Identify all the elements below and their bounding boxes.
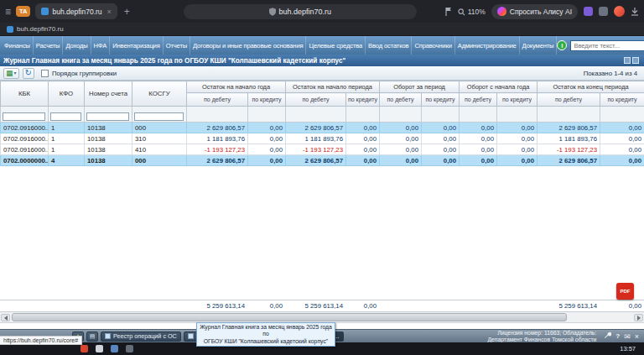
taskbar-app-icon[interactable] — [80, 345, 88, 352]
taskbar-app-icon[interactable] — [96, 345, 103, 352]
browser-topbar: ≡ TA buh.depfin70.ru × + buh.depfin70.ru… — [0, 0, 644, 23]
subheader-debit[interactable]: по дебету — [286, 93, 346, 107]
filter-cell-empty — [600, 107, 644, 123]
download-icon[interactable] — [631, 4, 639, 19]
mail-icon[interactable]: ✉ — [624, 332, 631, 341]
window-list-button[interactable]: ▤ — [86, 332, 98, 342]
export-grid-icon: ▦ — [6, 70, 13, 77]
taskbar-clock[interactable]: 13:57 — [620, 345, 639, 352]
col-header-kbk[interactable]: КБК — [1, 81, 49, 107]
tab-tooltip: Журнал Главная книга за месяц январь 202… — [196, 322, 335, 347]
cell: 0,00 — [422, 155, 460, 166]
taskbar-app-icon[interactable] — [126, 345, 133, 352]
col-header-kosgu[interactable]: КОСГУ — [132, 81, 187, 107]
menu-item-otchety[interactable]: Отчеты — [164, 36, 190, 55]
menu-item-dokumenty[interactable]: Документы — [520, 36, 558, 55]
taskbar-app-icon[interactable] — [111, 345, 118, 352]
help-icon[interactable]: ? — [615, 332, 620, 340]
col-header-kfo[interactable]: КФО — [49, 81, 85, 107]
menu-item-dohody[interactable]: Доходы — [63, 36, 91, 55]
cell: 0,00 — [248, 123, 286, 133]
browser-menu-icon[interactable]: ≡ — [5, 6, 11, 18]
subheader-credit[interactable]: по кредиту — [422, 93, 460, 107]
subheader-credit[interactable]: по кредиту — [497, 93, 538, 107]
subheader-credit[interactable]: по кредиту — [600, 93, 644, 107]
scrollbar-thumb[interactable] — [12, 313, 567, 321]
cell: 0,00 — [380, 155, 422, 166]
menu-item-celevye-sredstva[interactable]: Целевые средства — [306, 36, 366, 55]
grouping-checkbox[interactable] — [41, 70, 49, 77]
cell: 1 — [49, 123, 85, 133]
menu-item-finansy[interactable]: Финансы — [2, 36, 34, 55]
cell: 10138 — [85, 144, 132, 155]
cell: 0,00 — [600, 144, 644, 155]
menu-item-nfa[interactable]: НФА — [91, 36, 111, 55]
subheader-debit[interactable]: по дебету — [460, 93, 497, 107]
subheader-credit[interactable]: по кредиту — [248, 93, 286, 107]
menu-item-spravochniki[interactable]: Справочники — [412, 36, 454, 55]
browser-actions: 110% Спросить Алису AI — [445, 4, 639, 19]
url-text: buh.depfin70.ru — [279, 8, 332, 16]
extension-icon[interactable] — [584, 7, 593, 16]
bookmark-item[interactable]: buh.depfin70.ru — [17, 25, 64, 33]
group-header-year-turnover: Оборот с начала года — [460, 81, 538, 93]
table-row[interactable]: 0702.0916000...1101380002 629 806,570,00… — [1, 123, 644, 133]
bookmark-favicon — [7, 26, 13, 33]
address-bar[interactable]: buh.depfin70.ru — [184, 4, 417, 19]
wrench-icon[interactable] — [604, 332, 611, 341]
filter-cell-empty — [538, 107, 600, 123]
table-row[interactable]: 0702.0916000...1101383101 181 893,760,00… — [1, 133, 644, 144]
subheader-debit[interactable]: по дебету — [187, 93, 248, 107]
subheader-debit[interactable]: по дебету — [538, 93, 600, 107]
filter-account-input[interactable] — [86, 112, 129, 121]
filter-kbk-input[interactable] — [3, 112, 45, 121]
avatar[interactable] — [614, 6, 625, 17]
bookmark-flag-icon[interactable] — [445, 4, 452, 19]
menu-item-dogovory[interactable]: Договоры и иные правовые основания — [190, 36, 306, 55]
subheader-credit[interactable]: по кредиту — [346, 93, 380, 107]
filter-kosgu-input[interactable] — [134, 112, 184, 121]
list-icon: ▤ — [90, 333, 96, 340]
group-header-row: КБК КФО Номер счета КОСГУ Остаток на нач… — [1, 81, 644, 93]
scroll-left-arrow[interactable] — [1, 314, 10, 321]
filter-kfo-input[interactable] — [50, 112, 81, 121]
group-header-period-open: Остаток на начало периода — [286, 81, 380, 93]
scroll-right-arrow[interactable] — [634, 314, 643, 321]
cell: 0,00 — [600, 155, 644, 166]
window-controls — [624, 57, 639, 64]
menu-item-inventarizaciya[interactable]: Инвентаризация — [110, 36, 163, 55]
close-session-icon[interactable]: × — [635, 332, 639, 341]
table-row[interactable]: 0702.0916000...110138410-1 193 127,230,0… — [1, 144, 644, 155]
subheader-debit[interactable]: по дебету — [380, 93, 422, 107]
search-input[interactable] — [570, 40, 644, 51]
menu-item-raschety[interactable]: Расчеты — [34, 36, 64, 55]
filter-cell-empty — [286, 107, 346, 123]
col-header-account[interactable]: Номер счета — [85, 81, 132, 107]
cell: 0,00 — [346, 123, 380, 133]
export-button[interactable]: ▦ ▾ — [3, 68, 19, 79]
new-tab-button[interactable]: + — [124, 6, 130, 18]
license-line1: Лицензия номер: 11663; Обладатель: — [497, 330, 596, 336]
alice-button[interactable]: Спросить Алису AI — [491, 4, 578, 19]
menu-item-administrirovanie[interactable]: Администрирование — [455, 36, 520, 55]
screen: ≡ TA buh.depfin70.ru × + buh.depfin70.ru… — [0, 0, 644, 355]
refresh-button[interactable]: ↻ — [23, 68, 34, 79]
table-row[interactable]: 0702.0000000...4101380002 629 806,570,00… — [1, 155, 644, 166]
cell: 1 181 893,76 — [286, 133, 346, 144]
close-button[interactable] — [632, 57, 639, 64]
menu-item-vvod-ostatkov[interactable]: Ввод остатков — [366, 36, 412, 55]
extensions-puzzle-icon[interactable] — [599, 7, 608, 16]
browser-tab[interactable]: buh.depfin70.ru × — [35, 3, 117, 19]
cell: 0,00 — [497, 123, 538, 133]
tab-icon — [105, 333, 111, 339]
info-icon[interactable]: i — [557, 40, 567, 50]
pdf-export-icon[interactable]: PDF — [616, 283, 634, 300]
profile-badge[interactable]: TA — [16, 6, 30, 17]
minimize-button[interactable] — [624, 57, 631, 64]
cell: 0,00 — [422, 144, 460, 155]
cell: 10138 — [85, 133, 132, 144]
app-tab-registry[interactable]: Реестр операций с ОС — [101, 332, 181, 342]
close-tab-icon[interactable]: × — [107, 8, 112, 16]
zoom-indicator[interactable]: 110% — [458, 4, 486, 19]
cell: 1 181 893,76 — [187, 133, 248, 144]
